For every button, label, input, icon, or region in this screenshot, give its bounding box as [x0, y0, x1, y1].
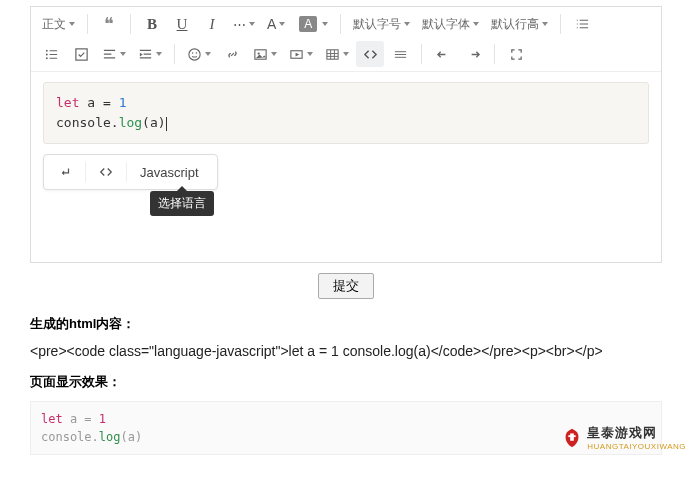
svg-point-8 [258, 52, 260, 54]
watermark: 皇泰游戏网 HUANGTAIYOUXIWANG [561, 424, 686, 451]
font-family-button[interactable]: 默认字体 [417, 11, 484, 37]
paragraph-format-button[interactable]: 正文 [37, 11, 80, 37]
text-cursor [166, 117, 167, 131]
code-icon [99, 165, 113, 179]
toggle-code-button[interactable] [89, 158, 123, 186]
box-a: A [299, 16, 317, 32]
blockquote-button[interactable]: ❝ [95, 11, 123, 37]
font-family-label: 默认字体 [422, 16, 470, 33]
align-icon [102, 47, 117, 62]
fullscreen-icon [509, 47, 524, 62]
separator [126, 162, 127, 182]
bold-button[interactable]: B [138, 11, 166, 37]
table-icon [325, 47, 340, 62]
svg-point-4 [189, 48, 200, 59]
code-text: = [103, 95, 119, 110]
number-literal: 1 [119, 95, 127, 110]
function-name: log [119, 115, 142, 130]
svg-point-1 [45, 53, 47, 55]
redo-icon [466, 47, 481, 62]
code-text: a [150, 115, 158, 130]
video-icon [289, 47, 304, 62]
separator [494, 44, 495, 64]
image-button[interactable] [248, 41, 282, 67]
svg-point-5 [192, 52, 194, 54]
submit-button[interactable]: 提交 [318, 273, 374, 299]
separator [174, 44, 175, 64]
more-formats-button[interactable]: ⋯ [228, 11, 260, 37]
keyword: let [56, 95, 79, 110]
ordered-list-icon [575, 17, 590, 32]
function-name: log [99, 430, 121, 444]
keyword: let [41, 412, 63, 426]
watermark-sub: HUANGTAIYOUXIWANG [587, 442, 686, 451]
emoji-button[interactable] [182, 41, 216, 67]
code-text: a [79, 95, 102, 110]
render-line-2: console.log(a) [41, 428, 651, 446]
language-select-button[interactable]: Javascript [130, 158, 213, 186]
unordered-list-icon [44, 47, 59, 62]
code-text: console. [56, 115, 119, 130]
separator [340, 14, 341, 34]
undo-button[interactable] [429, 41, 457, 67]
code-line-1: let a = 1 [56, 93, 636, 113]
code-block-toolbar: Javascript 选择语言 [43, 154, 218, 190]
toolbar: 正文 ❝ B U I ⋯ A A 默认字号 默认字体 默认行高 [31, 7, 661, 72]
code-block-button[interactable] [356, 41, 384, 67]
font-color-button[interactable]: A [262, 11, 290, 37]
code-block[interactable]: let a = 1 console.log(a) [43, 82, 649, 144]
separator [85, 162, 86, 182]
enter-icon [58, 165, 72, 179]
line-height-button[interactable]: 默认行高 [486, 11, 553, 37]
watermark-text: 皇泰游戏网 HUANGTAIYOUXIWANG [587, 424, 686, 451]
ordered-list-button[interactable] [568, 11, 596, 37]
divider-button[interactable] [386, 41, 414, 67]
link-button[interactable] [218, 41, 246, 67]
letter-a: A [267, 16, 276, 32]
editor-body[interactable]: let a = 1 console.log(a) Javascript 选择语言 [31, 72, 661, 262]
font-size-label: 默认字号 [353, 16, 401, 33]
underline-button[interactable]: U [168, 11, 196, 37]
render-line-1: let a = 1 [41, 410, 651, 428]
separator [87, 14, 88, 34]
render-output-title: 页面显示效果： [30, 373, 662, 391]
italic-button[interactable]: I [198, 11, 226, 37]
code-text: ) [158, 115, 166, 130]
separator [560, 14, 561, 34]
code-text: console. [41, 430, 99, 444]
code-text: (a) [120, 430, 142, 444]
link-icon [225, 47, 240, 62]
watermark-main: 皇泰游戏网 [587, 424, 686, 442]
table-button[interactable] [320, 41, 354, 67]
indent-button[interactable] [133, 41, 167, 67]
indent-icon [138, 47, 153, 62]
todo-icon [74, 47, 89, 62]
editor-container: 正文 ❝ B U I ⋯ A A 默认字号 默认字体 默认行高 [30, 6, 662, 263]
number-literal: 1 [99, 412, 106, 426]
code-text: a = [63, 412, 99, 426]
video-button[interactable] [284, 41, 318, 67]
todo-list-button[interactable] [67, 41, 95, 67]
image-icon [253, 47, 268, 62]
emoji-icon [187, 47, 202, 62]
svg-point-0 [45, 49, 47, 51]
unordered-list-button[interactable] [37, 41, 65, 67]
divider-icon [393, 47, 408, 62]
code-text: ( [142, 115, 150, 130]
language-tooltip: 选择语言 [150, 191, 214, 216]
align-button[interactable] [97, 41, 131, 67]
svg-rect-10 [327, 49, 338, 58]
svg-rect-3 [75, 48, 86, 59]
toolbar-row-2 [37, 41, 655, 67]
language-label: Javascript [140, 165, 199, 180]
code-line-2: console.log(a) [56, 113, 636, 133]
undo-icon [436, 47, 451, 62]
font-size-button[interactable]: 默认字号 [348, 11, 415, 37]
more-label: ⋯ [233, 17, 246, 32]
bg-color-button[interactable]: A [292, 11, 333, 37]
fullscreen-button[interactable] [502, 41, 530, 67]
separator [130, 14, 131, 34]
html-output-title: 生成的html内容： [30, 315, 662, 333]
redo-button[interactable] [459, 41, 487, 67]
newline-button[interactable] [48, 158, 82, 186]
